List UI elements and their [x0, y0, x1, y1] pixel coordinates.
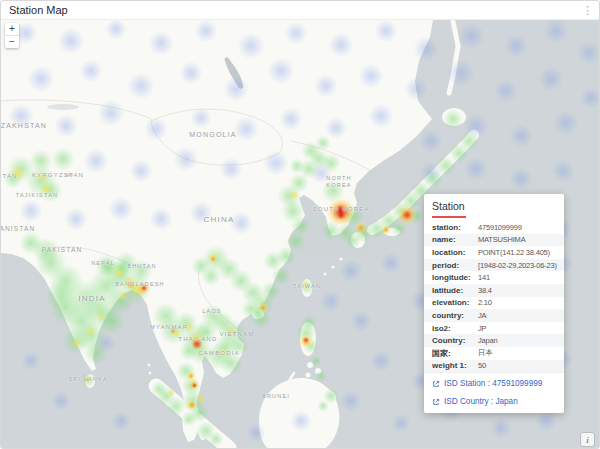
- tooltip-row: Country:Japan: [424, 334, 564, 347]
- tooltip-row-value: 141: [478, 273, 490, 282]
- tooltip-row-label: latitude:: [432, 286, 478, 295]
- tooltip-row-value: 47591099999: [478, 223, 522, 232]
- lake-issyk-kul: [65, 174, 73, 177]
- tooltip-row-label: period:: [432, 261, 478, 270]
- tooltip-row: country:JA: [424, 309, 564, 322]
- tooltip-row-label: longitude:: [432, 273, 478, 282]
- tooltip-row: iso2:JP: [424, 322, 564, 335]
- panel-menu-icon[interactable]: ⋮: [582, 2, 593, 18]
- zoom-control: + −: [5, 23, 19, 48]
- tooltip-row-label: country:: [432, 311, 478, 320]
- tooltip-row: latitude:38.4: [424, 284, 564, 297]
- tooltip-row-value: POINT(141.22 38.405): [478, 248, 550, 257]
- luzon-island: [300, 322, 316, 356]
- external-link-icon: [432, 380, 440, 388]
- zoom-in-button[interactable]: +: [5, 23, 19, 35]
- attribution-button[interactable]: i: [580, 432, 595, 447]
- tooltip-row: period:[1948-02-29,2023-06-23): [424, 259, 564, 272]
- tooltip-rows: station:47591099999name:MATSUSHIMAlocati…: [424, 221, 564, 372]
- tooltip-row-value: Japan: [478, 336, 497, 345]
- tooltip-row-label: elevation:: [432, 298, 478, 307]
- tooltip-link[interactable]: ISD Country : Japan: [432, 397, 556, 406]
- tooltip-row-label: station:: [432, 223, 478, 232]
- panel-header: Station Map ⋮: [1, 1, 599, 20]
- ryukyu-island: [331, 265, 334, 268]
- tooltip-row: station:47591099999: [424, 221, 564, 234]
- ryukyu-island: [323, 272, 326, 275]
- tooltip-row-label: 国家:: [432, 348, 478, 359]
- tooltip-row-label: name:: [432, 235, 478, 244]
- tooltip-row: weight 1:50: [424, 360, 564, 373]
- tooltip-row-value: MATSUSHIMA: [478, 235, 525, 244]
- tooltip-row-label: Country:: [432, 336, 478, 345]
- tooltip-row: 国家:日本: [424, 347, 564, 360]
- ryukyu-island: [339, 257, 342, 260]
- tooltip-row-value: [1948-02-29,2023-06-23): [478, 261, 557, 270]
- taiwan-island: [302, 279, 313, 297]
- tooltip-row-value: JA: [478, 311, 486, 320]
- tooltip-row-value: 日本: [478, 348, 493, 358]
- tooltip-link[interactable]: ISD Station : 47591099999: [432, 379, 556, 388]
- tooltip-row-value: 38.4: [478, 286, 492, 295]
- panel-title: Station Map: [9, 4, 68, 16]
- tooltip-title: Station: [432, 200, 465, 212]
- visayas-island: [307, 362, 313, 368]
- lake-balkhash: [47, 104, 79, 110]
- visayas-island: [306, 373, 311, 378]
- tooltip-row: elevation:2.10: [424, 297, 564, 310]
- hainan-island: [252, 309, 264, 319]
- station-map-panel: KAZAKHSTANUZBEKISTANKYRGYZSTANTAJIKISTAN…: [0, 0, 600, 449]
- tooltip-row: name:MATSUSHIMA: [424, 234, 564, 247]
- tooltip-row-value: 50: [478, 361, 486, 370]
- andaman-island: [148, 364, 151, 367]
- external-link-icon: [432, 398, 440, 406]
- shikoku-island: [384, 228, 400, 236]
- tooltip-row-label: weight 1:: [432, 361, 478, 370]
- visayas-island: [315, 368, 321, 374]
- tooltip-row: location:POINT(141.22 38.405): [424, 246, 564, 259]
- borneo-island: [259, 378, 339, 449]
- sri-lanka-island: [85, 374, 95, 388]
- tooltip-row-value: 2.10: [478, 298, 492, 307]
- tooltip-row: longitude:141: [424, 271, 564, 284]
- tooltip-header: Station: [424, 194, 564, 218]
- tooltip-link-label: ISD Station : 47591099999: [444, 379, 542, 388]
- andaman-island: [149, 372, 152, 375]
- kyushu-island: [351, 232, 365, 248]
- station-tooltip: Station station:47591099999name:MATSUSHI…: [424, 194, 564, 413]
- tooltip-row-label: location:: [432, 248, 478, 257]
- tooltip-accent-underline: [432, 216, 466, 218]
- zoom-out-button[interactable]: −: [5, 36, 19, 48]
- hokkaido-island: [442, 108, 466, 126]
- tooltip-row-value: JP: [478, 324, 486, 333]
- tooltip-row-label: iso2:: [432, 324, 478, 333]
- sakhalin-island: [449, 21, 458, 93]
- tooltip-links: ISD Station : 47591099999ISD Country : J…: [424, 372, 564, 413]
- tooltip-link-label: ISD Country : Japan: [444, 397, 518, 406]
